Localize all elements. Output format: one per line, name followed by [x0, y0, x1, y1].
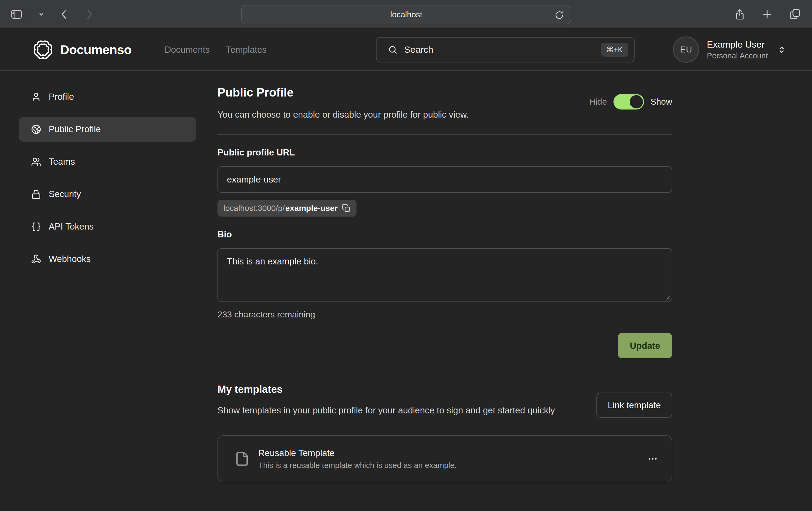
update-button[interactable]: Update: [618, 333, 672, 358]
sidebar-panel-icon: [11, 10, 22, 19]
tabs-icon: [789, 8, 801, 20]
profile-visibility-toggle[interactable]: [613, 94, 644, 110]
app-header: Documenso Documents Templates Search ⌘+K…: [0, 29, 812, 71]
share-button[interactable]: [734, 8, 746, 21]
profile-url-prefix: localhost:3000/p/: [224, 204, 285, 213]
nav-documents[interactable]: Documents: [165, 44, 210, 55]
user-name: Example User: [707, 39, 768, 50]
my-templates-title: My templates: [218, 384, 555, 395]
plus-icon: [761, 8, 773, 20]
chevron-down-icon: [38, 12, 45, 17]
sidebar-item-label: Security: [49, 189, 81, 199]
template-menu-button[interactable]: [647, 453, 658, 464]
new-tab-button[interactable]: [761, 8, 773, 20]
search-icon: [388, 45, 398, 55]
search-input[interactable]: Search ⌘+K: [376, 37, 635, 62]
reload-button[interactable]: [554, 9, 565, 21]
reload-icon: [554, 9, 565, 21]
bio-label: Bio: [218, 230, 672, 239]
search-shortcut-badge: ⌘+K: [601, 43, 628, 57]
sidebar-item-label: Webhooks: [49, 254, 91, 264]
webhook-icon: [31, 254, 41, 264]
users-icon: [31, 157, 41, 167]
settings-main: Public Profile You can choose to enable …: [218, 84, 672, 482]
resize-handle[interactable]: [665, 295, 670, 300]
user-icon: [31, 92, 41, 102]
sidebar-item-label: API Tokens: [49, 221, 94, 232]
copy-icon: [342, 204, 351, 212]
link-template-button[interactable]: Link template: [597, 393, 672, 418]
brand-logo[interactable]: Documenso: [32, 39, 132, 60]
public-profile-url-label: Public profile URL: [218, 148, 672, 157]
browser-chrome: localhost: [0, 0, 812, 29]
copy-url-button[interactable]: [342, 204, 351, 212]
public-profile-url-input[interactable]: [218, 166, 672, 193]
section-divider: [218, 134, 672, 134]
template-list-item: Reusable Template This is a reusable tem…: [218, 435, 672, 482]
file-icon: [234, 451, 250, 467]
search-placeholder: Search: [404, 44, 433, 55]
sidebar-item-label: Public Profile: [49, 124, 101, 134]
sidebar-item-label: Teams: [49, 156, 75, 167]
profile-url-slug: example-user: [285, 204, 338, 213]
lock-icon: [31, 189, 41, 199]
template-name: Reusable Template: [258, 448, 457, 458]
chevrons-up-down-icon: [777, 45, 786, 54]
avatar: EU: [673, 36, 699, 63]
back-chevron-icon: [59, 8, 69, 20]
chrome-divider: [30, 9, 30, 19]
profile-visibility-toggle-row: Hide Show: [589, 94, 672, 110]
address-bar-url: localhost: [390, 10, 422, 19]
user-menu[interactable]: EU Example User Personal Account: [673, 36, 786, 63]
back-button[interactable]: [59, 8, 69, 20]
sidebar-item-profile[interactable]: Profile: [19, 84, 196, 109]
forward-chevron-icon: [85, 8, 94, 20]
nav-templates[interactable]: Templates: [226, 44, 266, 55]
toggle-show-label: Show: [650, 97, 672, 107]
page-description: You can choose to enable or disable your…: [218, 109, 672, 120]
sidebar-toggle-button[interactable]: [11, 10, 22, 19]
globe-icon: [31, 124, 41, 134]
documenso-seal-icon: [32, 39, 54, 60]
sidebar-item-api-tokens[interactable]: API Tokens: [19, 214, 196, 239]
braces-icon: [31, 222, 41, 232]
sidebar-item-teams[interactable]: Teams: [19, 149, 196, 174]
template-description: This is a reusable template which is use…: [258, 461, 457, 470]
my-templates-description: Show templates in your public profile fo…: [218, 404, 555, 416]
main-nav: Documents Templates: [165, 44, 267, 55]
settings-sidebar: Profile Public Profile Teams: [19, 84, 196, 482]
avatar-initials: EU: [680, 45, 692, 55]
brand-name: Documenso: [60, 42, 132, 57]
address-bar[interactable]: localhost: [241, 5, 571, 24]
sidebar-item-webhooks[interactable]: Webhooks: [19, 247, 196, 271]
sidebar-item-security[interactable]: Security: [19, 182, 196, 207]
sidebar-menu-chevron-button[interactable]: [38, 12, 45, 17]
toggle-hide-label: Hide: [589, 97, 607, 107]
share-icon: [734, 8, 746, 21]
tab-overview-button[interactable]: [789, 8, 801, 20]
user-account-type: Personal Account: [707, 51, 768, 60]
toggle-knob: [630, 95, 643, 109]
profile-url-preview: localhost:3000/p/ example-user: [218, 200, 356, 216]
ellipsis-icon: [647, 453, 658, 464]
bio-textarea[interactable]: This is an example bio.: [218, 248, 672, 302]
sidebar-item-label: Profile: [49, 92, 74, 102]
sidebar-item-public-profile[interactable]: Public Profile: [19, 117, 196, 142]
bio-characters-remaining: 233 characters remaining: [218, 309, 672, 320]
forward-button[interactable]: [85, 8, 94, 20]
